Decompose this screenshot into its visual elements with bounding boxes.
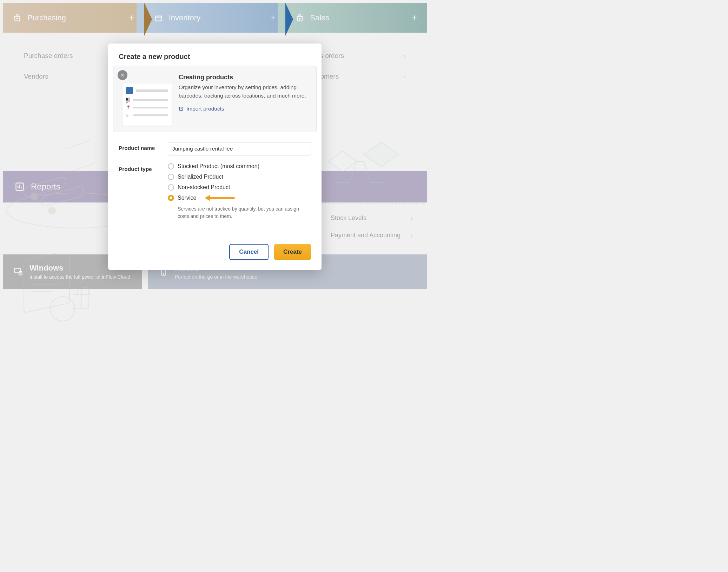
tab-sales[interactable]: Sales +	[278, 3, 427, 33]
plus-icon[interactable]: +	[270, 12, 276, 23]
radio-serialized-product[interactable]: Serialized Product	[168, 174, 311, 180]
svg-rect-12	[82, 288, 89, 309]
svg-rect-0	[155, 16, 161, 21]
svg-rect-11	[73, 295, 80, 309]
product-type-label: Product type	[119, 163, 168, 172]
svg-point-6	[48, 207, 55, 214]
radio-icon	[168, 163, 174, 169]
tab-purchasing[interactable]: Purchasing +	[3, 3, 144, 33]
bag-up-icon	[295, 13, 304, 22]
import-products-link[interactable]: Import products	[179, 106, 309, 112]
radio-label: Stocked Product (most common)	[178, 163, 259, 169]
tab-inventory[interactable]: Inventory +	[137, 3, 286, 33]
close-icon[interactable]: ✕	[118, 70, 127, 80]
product-thumbnail-illustration: ⦙⦙ 📍 $	[123, 84, 172, 126]
create-product-modal: Create a new product ✕ ⦙⦙ 📍 $ Creating p…	[108, 44, 322, 270]
svg-rect-4	[41, 185, 84, 207]
chevron-right-icon: ›	[404, 52, 406, 60]
svg-rect-2	[66, 140, 94, 173]
annotation-arrow-icon	[205, 195, 235, 200]
product-name-input[interactable]	[168, 142, 311, 155]
box-icon	[154, 13, 163, 22]
info-body: Organize your inventory by setting price…	[179, 83, 309, 100]
bag-down-icon	[13, 13, 22, 22]
tab-label: Purchasing	[27, 13, 66, 22]
info-banner: ✕ ⦙⦙ 📍 $ Creating products Organize your…	[113, 66, 317, 132]
service-hint: Services are not tracked by quantity, bu…	[178, 205, 311, 220]
radio-service[interactable]: Service	[168, 195, 311, 201]
link-payment-accounting[interactable]: Payment and Accounting›	[331, 227, 413, 244]
import-icon	[179, 106, 184, 111]
svg-point-9	[50, 297, 75, 321]
radio-label: Non-stocked Product	[178, 184, 230, 191]
svg-point-5	[31, 193, 38, 200]
chevron-right-icon: ›	[404, 73, 406, 80]
radio-nonstocked-product[interactable]: Non-stocked Product	[168, 184, 311, 191]
plus-icon[interactable]: +	[412, 12, 417, 23]
radio-label: Service	[178, 195, 196, 201]
radio-icon	[168, 195, 174, 201]
decorative-illustration	[315, 133, 427, 225]
info-heading: Creating products	[179, 74, 309, 81]
tab-label: Inventory	[169, 13, 201, 22]
radio-icon	[168, 184, 174, 191]
svg-point-16	[163, 274, 164, 274]
product-name-label: Product name	[119, 142, 168, 151]
chevron-right-icon: ›	[411, 232, 413, 239]
radio-icon	[168, 174, 174, 180]
plus-icon[interactable]: +	[129, 12, 134, 23]
card-sub: Install to access the full power of inFl…	[29, 274, 130, 280]
decorative-illustration	[10, 253, 108, 323]
cancel-button[interactable]: Cancel	[229, 244, 269, 260]
svg-rect-8	[24, 253, 70, 313]
top-tabs: Purchasing + Inventory + Sales +	[0, 0, 430, 33]
tab-label: Sales	[310, 13, 329, 22]
create-button[interactable]: Create	[274, 244, 311, 260]
card-sub: Perfect on-the-go or in the warehouse	[175, 274, 257, 280]
radio-label: Serialized Product	[178, 174, 223, 180]
import-link-label: Import products	[186, 106, 224, 112]
modal-title: Create a new product	[108, 44, 322, 66]
radio-stocked-product[interactable]: Stocked Product (most common)	[168, 163, 311, 169]
